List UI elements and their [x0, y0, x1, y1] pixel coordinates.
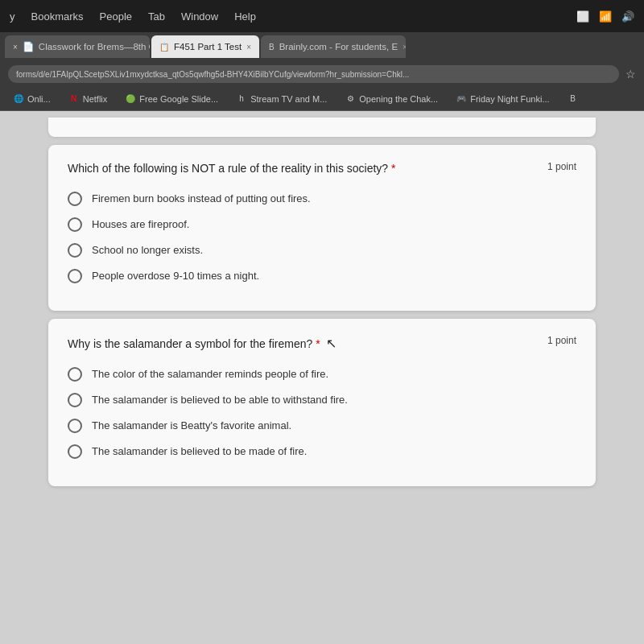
radio-option-1-1[interactable]: [68, 192, 82, 206]
option-row-2-1[interactable]: The color of the salamander reminds peop…: [68, 367, 576, 382]
option-text-2-3: The salamander is Beatty's favorite anim…: [92, 419, 291, 431]
question-text-content-2: Why is the salamander a symbol for the f…: [68, 337, 312, 350]
titlebar-nav: y Bookmarks People Tab Window Help: [10, 10, 256, 23]
menu-y[interactable]: y: [10, 10, 15, 23]
tab-classwork[interactable]: × 📄 Classwork for Brems—8th G ×: [5, 35, 150, 58]
address-input[interactable]: [8, 65, 619, 83]
required-star-2: *: [316, 337, 320, 350]
tab-favicon-3: B: [269, 43, 275, 52]
bookmark-favicon-chak: ⚙: [345, 93, 356, 105]
bookmark-label-slides: Free Google Slide...: [139, 94, 218, 104]
addressbar: ☆: [0, 61, 644, 87]
bookmark-netflix[interactable]: N Netflix: [62, 92, 114, 106]
tab-label-3: Brainly.com - For students, E: [279, 42, 398, 52]
bookmark-label-stream: Stream TV and M...: [250, 94, 327, 104]
question-text-1: Which of the following is NOT a rule of …: [68, 161, 395, 177]
bookmark-friday-night[interactable]: 🎮 Friday Night Funki...: [449, 92, 555, 106]
bookmark-favicon-b: B: [568, 93, 579, 105]
bookmark-b[interactable]: B: [561, 92, 585, 106]
volume-icon: 🔊: [621, 10, 634, 23]
option-text-1-3: School no longer exists.: [92, 244, 203, 256]
option-row-1-2[interactable]: Houses are fireproof.: [68, 217, 576, 232]
tab-close-2[interactable]: ×: [246, 43, 251, 52]
menu-window[interactable]: Window: [181, 10, 218, 23]
radio-option-1-4[interactable]: [68, 269, 82, 283]
option-row-1-1[interactable]: Firemen burn books instead of putting ou…: [68, 192, 576, 206]
bookmark-favicon-slides: 🟢: [125, 93, 136, 105]
option-text-1-1: Firemen burn books instead of putting ou…: [92, 192, 311, 204]
option-text-1-4: People overdose 9-10 times a night.: [92, 270, 259, 282]
tab-brainly[interactable]: B Brainly.com - For students, E ×: [261, 35, 406, 58]
option-text-2-4: The salamander is believed to be made of…: [92, 445, 307, 457]
tab-favicon-1: ×: [13, 43, 18, 52]
menu-tab[interactable]: Tab: [148, 10, 165, 23]
bookmark-stream-tv[interactable]: h Stream TV and M...: [229, 92, 333, 106]
question-header-2: Why is the salamander a symbol for the f…: [68, 335, 576, 353]
option-row-1-4[interactable]: People overdose 9-10 times a night.: [68, 269, 576, 283]
bookmark-label-onli: Onli...: [27, 94, 51, 104]
menu-bookmarks[interactable]: Bookmarks: [31, 10, 84, 23]
tab-favicon-2: 📋: [159, 43, 169, 52]
option-row-2-2[interactable]: The salamander is believed to be able to…: [68, 393, 576, 407]
titlebar-right: ⬜ 📶 🔊: [576, 10, 634, 23]
option-row-1-3[interactable]: School no longer exists.: [68, 243, 576, 258]
page-content: Which of the following is NOT a rule of …: [0, 111, 644, 644]
question-card-2: Why is the salamander a symbol for the f…: [48, 319, 596, 486]
titlebar: y Bookmarks People Tab Window Help ⬜ 📶 🔊: [0, 0, 644, 32]
tabbar: × 📄 Classwork for Brems—8th G × 📋 F451 P…: [0, 32, 644, 61]
menu-people[interactable]: People: [100, 10, 132, 23]
option-row-2-3[interactable]: The salamander is Beatty's favorite anim…: [68, 419, 576, 433]
bookmark-opening-chak[interactable]: ⚙ Opening the Chak...: [338, 92, 444, 106]
previous-question-card-partial: [48, 118, 596, 137]
bookmarks-bar: 🌐 Onli... N Netflix 🟢 Free Google Slide.…: [0, 87, 644, 111]
radio-option-1-3[interactable]: [68, 243, 82, 258]
bookmark-favicon-onli: 🌐: [13, 93, 24, 105]
required-star-1: *: [391, 162, 395, 175]
monitor-icon: ⬜: [576, 10, 589, 23]
bookmark-star-icon[interactable]: ☆: [625, 68, 636, 80]
tab-close-3[interactable]: ×: [402, 43, 406, 52]
option-text-2-2: The salamander is believed to be able to…: [92, 394, 348, 406]
radio-option-2-4[interactable]: [68, 444, 82, 459]
menu-help[interactable]: Help: [234, 10, 256, 23]
bookmark-label-netflix: Netflix: [83, 94, 108, 104]
bookmark-favicon-fnf: 🎮: [456, 93, 467, 105]
points-label-1: 1 point: [547, 161, 576, 172]
tab-favicon-icon-1: 📄: [23, 41, 34, 52]
question-card-1: Which of the following is NOT a rule of …: [48, 145, 596, 311]
option-row-2-4[interactable]: The salamander is believed to be made of…: [68, 444, 576, 459]
tab-label-2: F451 Part 1 Test: [174, 42, 242, 52]
radio-option-2-3[interactable]: [68, 419, 82, 433]
bookmark-label-chak: Opening the Chak...: [359, 94, 438, 104]
wifi-icon: 📶: [599, 10, 612, 23]
cursor-pointer: ↖: [326, 335, 336, 353]
radio-option-2-2[interactable]: [68, 393, 82, 407]
option-text-2-1: The color of the salamander reminds peop…: [92, 368, 328, 380]
bookmark-favicon-netflix: N: [68, 93, 80, 105]
bookmark-onli[interactable]: 🌐 Onli...: [6, 92, 57, 106]
bookmark-label-fnf: Friday Night Funki...: [470, 94, 549, 104]
radio-option-1-2[interactable]: [68, 217, 82, 232]
option-text-1-2: Houses are fireproof.: [92, 218, 189, 230]
points-label-2: 1 point: [547, 335, 576, 346]
bookmark-google-slides[interactable]: 🟢 Free Google Slide...: [118, 92, 225, 106]
question-text-2: Why is the salamander a symbol for the f…: [68, 335, 336, 353]
question-text-content-1: Which of the following is NOT a rule of …: [68, 162, 388, 175]
radio-option-2-1[interactable]: [68, 367, 82, 382]
bookmark-favicon-stream: h: [236, 93, 247, 105]
tab-label-1: Classwork for Brems—8th G: [39, 42, 150, 52]
tab-f451[interactable]: 📋 F451 Part 1 Test ×: [151, 35, 259, 58]
question-header-1: Which of the following is NOT a rule of …: [68, 161, 576, 177]
